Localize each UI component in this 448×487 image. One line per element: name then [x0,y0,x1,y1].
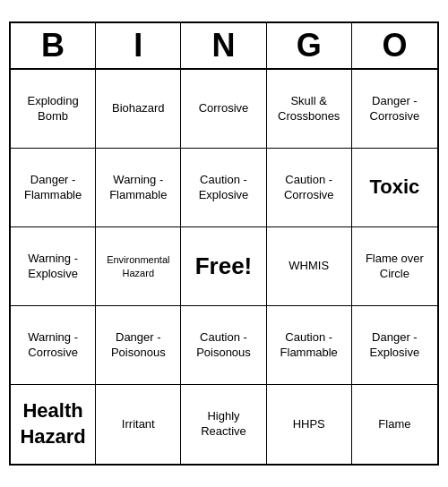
header-letter-n: N [181,23,266,68]
bingo-cell-19: Danger - Explosive [352,306,437,385]
bingo-cell-22: Highly Reactive [181,385,266,464]
bingo-cell-20: Health Hazard [11,385,96,464]
bingo-cell-24: Flame [352,385,437,464]
bingo-cell-16: Danger - Poisonous [96,306,181,385]
header-letter-i: I [96,23,181,68]
bingo-cell-0: Exploding Bomb [11,70,96,149]
bingo-grid: Exploding BombBiohazardCorrosiveSkull & … [11,70,437,464]
header-letter-o: O [352,23,437,68]
bingo-cell-10: Warning - Explosive [11,227,96,306]
bingo-cell-17: Caution - Poisonous [181,306,266,385]
bingo-cell-9: Toxic [352,149,437,227]
bingo-cell-15: Warning - Corrosive [11,306,96,385]
header-letter-g: G [267,23,352,68]
bingo-cell-13: WHMIS [267,227,352,306]
bingo-cell-1: Biohazard [96,70,181,149]
bingo-cell-7: Caution - Explosive [181,149,266,227]
bingo-cell-18: Caution - Flammable [267,306,352,385]
bingo-cell-8: Caution - Corrosive [267,149,352,227]
bingo-cell-5: Danger - Flammable [11,149,96,227]
bingo-header: BINGO [11,23,437,70]
bingo-cell-6: Warning - Flammable [96,149,181,227]
bingo-cell-23: HHPS [267,385,352,464]
bingo-cell-21: Irritant [96,385,181,464]
bingo-cell-11: Environmental Hazard [96,227,181,306]
bingo-cell-12: Free! [181,227,266,306]
bingo-card: BINGO Exploding BombBiohazardCorrosiveSk… [9,21,439,466]
bingo-cell-4: Danger - Corrosive [352,70,437,149]
bingo-cell-2: Corrosive [181,70,266,149]
bingo-cell-3: Skull & Crossbones [267,70,352,149]
header-letter-b: B [11,23,96,68]
bingo-cell-14: Flame over Circle [352,227,437,306]
